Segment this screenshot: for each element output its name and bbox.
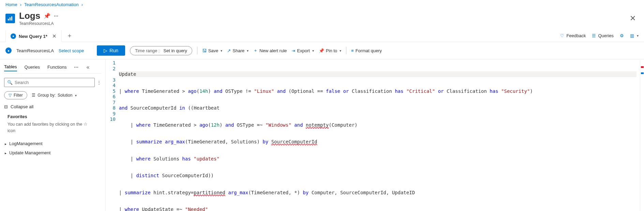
favorites-heading: Favorites — [8, 114, 101, 119]
favorites-hint: You can add favorites by clicking on the… — [8, 121, 96, 134]
plus-icon: ＋ — [253, 47, 258, 54]
chevron-right-icon: › — [20, 2, 21, 7]
pin-to-button[interactable]: 📌Pin to▾ — [319, 48, 341, 53]
editor-code[interactable]: Update | where TimeGenerated > ago(14h) … — [119, 60, 640, 211]
query-tab-icon: ● — [11, 33, 16, 39]
editor-gutter: 12345678910 — [106, 60, 119, 211]
close-icon[interactable]: ✕ — [627, 14, 639, 23]
filter-icon: ▽ — [9, 93, 12, 98]
alert-label: New alert rule — [259, 48, 287, 53]
add-tab-button[interactable]: ＋ — [64, 29, 75, 42]
time-range-label: Time range : — [135, 48, 160, 53]
queries-icon: ☰ — [592, 33, 596, 38]
tab-new-query[interactable]: ● New Query 1* ✕ — [5, 30, 62, 42]
pin-icon: 📌 — [319, 48, 324, 53]
time-range-picker[interactable]: Time range : Set in query — [130, 46, 192, 55]
group-by-selector[interactable]: ☰ Group by: Solution ▾ — [32, 93, 77, 98]
sidebar-tab-tables[interactable]: Tables — [4, 63, 17, 71]
breadcrumb-resource[interactable]: TeamResourcesAutomation — [24, 2, 79, 7]
time-range-value: Set in query — [163, 48, 187, 53]
sidebar: Tables Queries Functions ⋯ « 🔍 ⋮ ▽ Filte… — [0, 59, 106, 211]
chevron-down-icon: ▾ — [312, 49, 314, 53]
format-query-button[interactable]: ≡Format query — [351, 48, 382, 53]
collapse-all-label: Collapse all — [11, 104, 33, 109]
group-icon: ☰ — [32, 93, 35, 98]
sidebar-more-icon[interactable]: ⋮ — [97, 80, 101, 85]
panel-icon: ▥ — [630, 33, 634, 38]
tree-item-logmanagement[interactable]: LogManagement — [4, 139, 101, 148]
chevron-down-icon: ▾ — [247, 49, 249, 53]
filter-label: Filter — [14, 93, 23, 98]
queries-button[interactable]: ☰ Queries — [592, 33, 614, 38]
query-tabs: ● New Query 1* ✕ ＋ ♡ Feedback ☰ Queries … — [0, 29, 644, 42]
page-header: Logs 📌 ⋯ TeamResourcesLA ✕ — [0, 9, 644, 29]
collapse-sidebar-icon[interactable]: « — [86, 64, 89, 70]
chevron-down-icon: ▾ — [221, 49, 222, 53]
group-value: Solution — [58, 93, 72, 98]
feedback-label: Feedback — [566, 33, 586, 38]
breadcrumb-home[interactable]: Home — [5, 2, 17, 7]
logs-icon — [5, 14, 15, 23]
export-icon: ⇥ — [291, 48, 295, 53]
feedback-button[interactable]: ♡ Feedback — [560, 33, 586, 38]
play-icon: ▷ — [104, 48, 107, 53]
save-icon: 🖫 — [202, 48, 207, 53]
sidebar-tab-functions[interactable]: Functions — [47, 63, 66, 71]
sidebar-tab-queries[interactable]: Queries — [25, 63, 40, 71]
filter-button[interactable]: ▽ Filter — [4, 91, 27, 99]
scope-name: TeamResourcesLA — [16, 48, 54, 53]
search-input-wrapper: 🔍 — [4, 78, 95, 87]
editor-overview-ruler — [640, 60, 644, 211]
search-icon: 🔍 — [7, 80, 13, 85]
scope-icon: ● — [5, 47, 12, 54]
breadcrumb: Home › TeamResourcesAutomation › — [0, 0, 644, 9]
more-icon[interactable]: ⋯ — [54, 13, 59, 18]
export-button[interactable]: ⇥Export▾ — [291, 48, 314, 53]
chevron-right-icon: › — [81, 2, 83, 7]
content: 12345678910 Update | where TimeGenerated… — [106, 59, 644, 211]
svg-rect-1 — [10, 17, 11, 20]
search-input[interactable] — [15, 80, 92, 85]
run-label: Run — [109, 48, 118, 53]
format-label: Format query — [356, 48, 382, 53]
group-label: Group by: — [38, 93, 56, 98]
page-title: Logs — [19, 11, 40, 21]
separator — [197, 47, 197, 54]
format-icon: ≡ — [351, 48, 354, 53]
more-icon[interactable]: ⋯ — [74, 65, 79, 70]
pin-icon[interactable]: 📌 — [44, 13, 50, 19]
share-label: Share — [233, 48, 244, 53]
collapse-icon: ⊟ — [4, 104, 8, 109]
run-button[interactable]: ▷ Run — [97, 45, 125, 56]
queries-label: Queries — [598, 33, 614, 38]
select-scope-link[interactable]: Select scope — [59, 48, 84, 53]
save-label: Save — [208, 48, 219, 53]
panel-toggle[interactable]: ▥ ▾ — [630, 33, 639, 38]
toolbar: ● TeamResourcesLA Select scope ▷ Run Tim… — [0, 42, 644, 59]
svg-rect-0 — [8, 19, 9, 20]
collapse-all-button[interactable]: ⊟ Collapse all — [4, 104, 101, 109]
heart-icon: ♡ — [560, 33, 564, 38]
pin-label: Pin to — [326, 48, 337, 53]
favorites-section: Favorites You can add favorites by click… — [8, 114, 101, 134]
main: Tables Queries Functions ⋯ « 🔍 ⋮ ▽ Filte… — [0, 59, 644, 211]
tree-item-updatemanagement[interactable]: Update Management — [4, 148, 101, 157]
settings-icon[interactable]: ⚙ — [620, 33, 624, 38]
query-editor[interactable]: 12345678910 Update | where TimeGenerated… — [106, 59, 644, 211]
chevron-down-icon: ▾ — [75, 94, 77, 97]
new-alert-button[interactable]: ＋New alert rule — [253, 47, 287, 54]
share-button[interactable]: ↗Share▾ — [227, 48, 249, 53]
close-tab-icon[interactable]: ✕ — [50, 33, 57, 39]
export-label: Export — [297, 48, 310, 53]
tab-label: New Query 1* — [19, 34, 47, 39]
separator — [346, 47, 346, 54]
save-button[interactable]: 🖫Save▾ — [202, 48, 223, 53]
chevron-down-icon: ▾ — [340, 49, 341, 53]
svg-rect-2 — [11, 16, 12, 20]
page-subtitle: TeamResourcesLA — [19, 21, 623, 26]
share-icon: ↗ — [227, 48, 231, 53]
chevron-down-icon: ▾ — [637, 34, 639, 38]
